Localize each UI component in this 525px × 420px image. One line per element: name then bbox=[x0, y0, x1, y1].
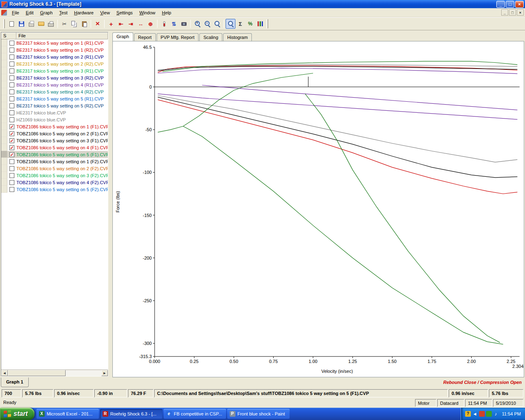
menu-view[interactable]: View bbox=[97, 9, 113, 16]
taskbar-button-paint[interactable]: Front blue shock - Paint bbox=[227, 409, 290, 419]
tab-pvp-mfg-report[interactable]: PVP Mfg. Report bbox=[157, 33, 199, 41]
file-checkbox[interactable] bbox=[9, 96, 14, 101]
file-checkbox[interactable]: ✓ bbox=[9, 145, 14, 150]
file-row[interactable]: BE2317 tokico 5 way setting on 4 (R2).CV… bbox=[1, 88, 108, 95]
new-button[interactable] bbox=[7, 19, 16, 29]
collapse-tray-icon[interactable] bbox=[472, 411, 478, 417]
help-tray-icon[interactable] bbox=[465, 411, 471, 417]
file-checkbox[interactable] bbox=[9, 82, 14, 87]
tab-graph-1[interactable]: Graph 1 bbox=[1, 377, 29, 387]
copy-button[interactable] bbox=[69, 19, 79, 29]
row-selector[interactable] bbox=[1, 179, 7, 186]
file-row[interactable]: ✓TOBZ1086 tokico 5 way setting on 2 (F1)… bbox=[1, 130, 108, 137]
file-checkbox[interactable] bbox=[9, 89, 14, 94]
cursor-span-button[interactable] bbox=[136, 19, 146, 29]
file-row[interactable]: BE2317 tokico 5 way setting on 4 (R1).CV… bbox=[1, 81, 108, 88]
gauge-button[interactable] bbox=[169, 19, 179, 29]
row-selector[interactable] bbox=[1, 67, 7, 74]
row-selector[interactable] bbox=[1, 81, 7, 88]
percent-button[interactable] bbox=[245, 19, 255, 29]
volume-tray-icon[interactable] bbox=[493, 411, 499, 417]
file-row[interactable]: TOBZ1086 tokico 5 way setting on 3 (F2).… bbox=[1, 172, 108, 179]
zoom-out-button[interactable]: − bbox=[202, 19, 212, 29]
zoom-select-button[interactable] bbox=[226, 19, 235, 29]
row-selector[interactable] bbox=[1, 123, 7, 130]
tab-report[interactable]: Report bbox=[134, 33, 156, 41]
row-selector[interactable] bbox=[1, 109, 7, 116]
row-selector[interactable] bbox=[1, 151, 7, 158]
file-checkbox[interactable] bbox=[9, 110, 14, 115]
taskbar-button-ie[interactable]: FB competitive in CSP... bbox=[164, 409, 226, 419]
file-row[interactable]: BE2317 tokico 5 way setting on 3 (R1).CV… bbox=[1, 67, 108, 74]
scrollbar-thumb[interactable] bbox=[8, 370, 66, 376]
file-checkbox[interactable] bbox=[9, 187, 14, 192]
row-selector[interactable] bbox=[1, 60, 7, 67]
file-row[interactable]: ✓TOBZ1086 tokico 5 way setting on 5 (F1)… bbox=[1, 151, 108, 158]
menu-window[interactable]: Window bbox=[136, 9, 159, 16]
scrollbar-track[interactable] bbox=[8, 370, 101, 376]
menu-help[interactable]: Help bbox=[159, 9, 175, 16]
toolbar-grip[interactable] bbox=[3, 19, 5, 28]
print-button[interactable] bbox=[46, 19, 56, 29]
row-selector[interactable] bbox=[1, 46, 7, 53]
file-row[interactable]: TOBZ1086 tokico 5 way setting on 5 (F2).… bbox=[1, 186, 108, 193]
cursor-left-button[interactable] bbox=[116, 19, 126, 29]
row-selector[interactable] bbox=[1, 158, 7, 165]
cut-button[interactable] bbox=[59, 19, 69, 29]
menu-settings[interactable]: Settings bbox=[113, 9, 136, 16]
file-row[interactable]: TOBZ1086 tokico 5 way setting on 2 (F2).… bbox=[1, 165, 108, 172]
file-row[interactable]: BE2317 tokico 5 way setting on 2 (R2).CV… bbox=[1, 60, 108, 67]
open-button[interactable] bbox=[36, 19, 46, 29]
row-selector[interactable] bbox=[1, 88, 7, 95]
row-selector[interactable] bbox=[1, 102, 7, 109]
status-red-tray-icon[interactable] bbox=[479, 411, 485, 417]
camera-button[interactable] bbox=[179, 19, 189, 29]
minimize-button[interactable]: _ bbox=[496, 1, 505, 8]
tab-histogram[interactable]: Histogram bbox=[223, 33, 252, 41]
file-checkbox[interactable] bbox=[9, 41, 14, 46]
mdi-minimize-button[interactable]: _ bbox=[501, 9, 508, 16]
file-checkbox[interactable] bbox=[9, 48, 14, 52]
file-row[interactable]: ✓TOBZ1086 tokico 5 way setting on 4 (F1)… bbox=[1, 144, 108, 151]
file-row[interactable]: BE2317 tokico 5 way setting on 3 (R2).CV… bbox=[1, 74, 108, 81]
scroll-right-button[interactable]: ▶ bbox=[101, 370, 108, 376]
thermometer-button[interactable] bbox=[159, 19, 169, 29]
file-row[interactable]: ✓TOBZ1086 tokico 5 way setting on 1 (F1)… bbox=[1, 123, 108, 130]
file-row[interactable]: TOBZ1086 tokico 5 way setting on 1 (F2).… bbox=[1, 158, 108, 165]
file-checkbox[interactable]: ✓ bbox=[9, 124, 14, 129]
menu-hardware[interactable]: Hardware bbox=[71, 9, 97, 16]
file-row[interactable]: TOBZ1086 tokico 5 way setting on 4 (F2).… bbox=[1, 179, 108, 186]
row-selector[interactable] bbox=[1, 172, 7, 179]
menu-test[interactable]: Test bbox=[56, 9, 71, 16]
file-checkbox[interactable]: ✓ bbox=[9, 152, 14, 157]
file-checkbox[interactable] bbox=[9, 117, 14, 122]
status-green-tray-icon[interactable] bbox=[486, 411, 492, 417]
file-checkbox[interactable] bbox=[9, 173, 14, 178]
row-selector[interactable] bbox=[1, 137, 7, 144]
file-checkbox[interactable]: ✓ bbox=[9, 138, 14, 143]
tab-graph[interactable]: Graph bbox=[112, 32, 133, 41]
row-selector[interactable] bbox=[1, 53, 7, 60]
column-header-file[interactable]: File bbox=[16, 32, 108, 39]
column-header-selected[interactable]: S bbox=[1, 32, 16, 39]
row-selector[interactable] bbox=[1, 130, 7, 137]
file-checkbox[interactable] bbox=[9, 180, 14, 185]
file-row[interactable]: HZ1069 tokico blue.CVP bbox=[1, 116, 108, 123]
row-selector[interactable] bbox=[1, 116, 7, 123]
file-row[interactable]: BE2317 tokico 5 way setting on 1 (R2).CV… bbox=[1, 46, 108, 53]
file-row[interactable]: BE2317 tokico 5 way setting on 1 (R1).CV… bbox=[1, 39, 108, 46]
toolbar-grip[interactable] bbox=[267, 19, 268, 28]
file-checkbox[interactable]: ✓ bbox=[9, 131, 14, 136]
file-checkbox[interactable] bbox=[9, 55, 14, 59]
file-checkbox[interactable] bbox=[9, 68, 14, 73]
cursor-right-button[interactable] bbox=[126, 19, 136, 29]
file-checkbox[interactable] bbox=[9, 103, 14, 108]
file-row[interactable]: BE2317 tokico 5 way setting on 2 (R1).CV… bbox=[1, 53, 108, 60]
file-checkbox[interactable] bbox=[9, 166, 14, 171]
row-selector[interactable] bbox=[1, 95, 7, 102]
file-row[interactable]: ✓TOBZ1086 tokico 5 way setting on 3 (F1)… bbox=[1, 137, 108, 144]
maximize-button[interactable]: □ bbox=[506, 1, 514, 8]
cursor-center-button[interactable] bbox=[146, 19, 155, 29]
file-row[interactable]: BE2317 tokico 5 way setting on 5 (R2).CV… bbox=[1, 102, 108, 109]
statistics-button[interactable] bbox=[235, 19, 245, 29]
